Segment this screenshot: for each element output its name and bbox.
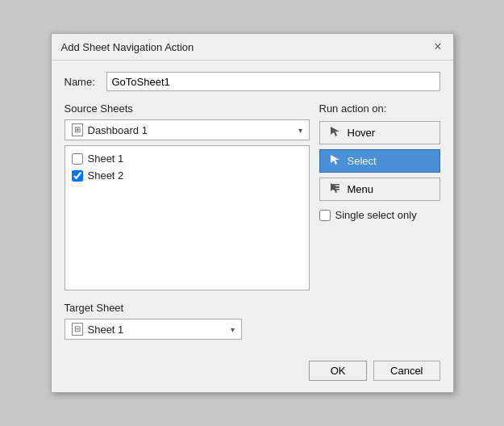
svg-rect-1 [333, 186, 339, 188]
hover-button-label: Hover [348, 127, 376, 139]
source-sheets-label: Source Sheets [65, 102, 310, 115]
chevron-down-icon: ▾ [231, 325, 235, 334]
svg-rect-2 [333, 189, 339, 190]
svg-rect-0 [333, 184, 339, 186]
sheet1-checkbox[interactable] [72, 153, 83, 165]
run-action-label: Run action on: [319, 102, 440, 115]
sheet2-label: Sheet 2 [88, 169, 124, 182]
menu-button-label: Menu [348, 183, 374, 195]
single-select-row: Single select only [319, 209, 440, 221]
hover-button[interactable]: Hover [319, 121, 440, 144]
right-panel: Run action on: Hover Select [319, 102, 440, 290]
target-sheet-dropdown[interactable]: ⊟ Sheet 1 ▾ [65, 319, 242, 340]
dialog-title: Add Sheet Navigation Action [61, 41, 194, 53]
chevron-down-icon: ▾ [298, 126, 302, 135]
menu-button[interactable]: Menu [319, 178, 440, 201]
footer: OK Cancel [52, 351, 453, 392]
select-button-label: Select [348, 155, 377, 167]
name-label: Name: [65, 76, 100, 88]
main-area: Source Sheets ⊞ Dashboard 1 ▾ Sheet 1 Sh [65, 102, 440, 290]
title-bar: Add Sheet Navigation Action × [52, 34, 453, 61]
grid-icon: ⊞ [72, 123, 83, 136]
target-section: Target Sheet ⊟ Sheet 1 ▾ [65, 302, 440, 340]
ok-button[interactable]: OK [309, 361, 367, 381]
hover-icon [328, 125, 343, 140]
dialog: Add Sheet Navigation Action × Name: Sour… [51, 33, 454, 393]
sheets-list: Sheet 1 Sheet 2 [65, 145, 310, 290]
single-select-label: Single select only [335, 209, 417, 221]
list-item[interactable]: Sheet 1 [70, 151, 304, 166]
source-dropdown-value: Dashboard 1 [88, 124, 294, 136]
cancel-button[interactable]: Cancel [373, 361, 439, 381]
sheet-icon: ⊟ [72, 323, 83, 336]
left-panel: Source Sheets ⊞ Dashboard 1 ▾ Sheet 1 Sh [65, 102, 310, 290]
select-button[interactable]: Select [319, 149, 440, 173]
sheet1-label: Sheet 1 [88, 152, 124, 165]
close-button[interactable]: × [432, 40, 443, 53]
list-item[interactable]: Sheet 2 [70, 168, 304, 183]
dialog-body: Name: Source Sheets ⊞ Dashboard 1 ▾ Shee… [52, 61, 453, 351]
single-select-checkbox[interactable] [319, 210, 331, 221]
target-dropdown-value: Sheet 1 [88, 324, 226, 336]
sheet2-checkbox[interactable] [72, 170, 83, 182]
name-row: Name: [65, 72, 440, 91]
select-icon [328, 153, 343, 169]
menu-icon [328, 182, 343, 197]
name-input[interactable] [106, 72, 440, 91]
source-sheets-dropdown[interactable]: ⊞ Dashboard 1 ▾ [65, 119, 310, 140]
target-sheet-label: Target Sheet [65, 302, 440, 314]
